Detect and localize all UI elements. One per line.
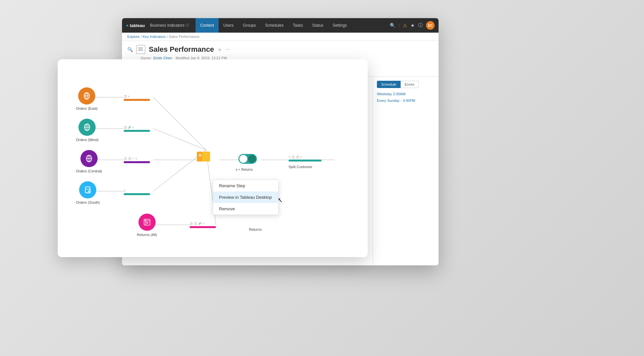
toggle-node[interactable]	[238, 154, 257, 164]
tab-tasks[interactable]: Tasks	[288, 18, 308, 33]
panel-tab-errors[interactable]: Errors	[401, 81, 419, 88]
page-type-icon	[136, 45, 145, 54]
context-menu: Rename Step Preview in Tableau Desktop R…	[213, 180, 279, 215]
returns-all-label: Returns (All)	[137, 233, 157, 237]
flow-diagram: Orders (East) 📋A Orders (West) 📋🔗A Order…	[58, 59, 368, 257]
orders-central-icon	[80, 150, 98, 167]
step-bar-south: ⊽	[124, 189, 126, 193]
orders-east-label: Orders (East)	[76, 106, 98, 110]
returns-label: Returns	[249, 227, 262, 231]
orders-south-label: Orders (South)	[76, 200, 100, 204]
context-menu-rename[interactable]: Rename Step	[213, 180, 278, 192]
step-bar-central: 📋📋✏A	[124, 157, 137, 161]
orders-south-icon	[79, 181, 96, 198]
node-orders-east[interactable]: Orders (East)	[76, 87, 98, 110]
tab-schedules[interactable]: Schedules	[261, 18, 288, 33]
tab-groups[interactable]: Groups	[238, 18, 261, 33]
search-icon[interactable]: 🔍	[390, 23, 395, 28]
tab-settings[interactable]: Settings	[328, 18, 352, 33]
svg-point-33	[146, 222, 148, 224]
orders-central-label: Orders (Central)	[76, 169, 102, 173]
svg-line-4	[153, 97, 206, 150]
join-node[interactable]: ⊞	[197, 151, 213, 163]
step-bar-west: 📋🔗A	[124, 126, 134, 130]
logo-text: tableau	[130, 23, 145, 28]
user-avatar[interactable]: EC	[426, 21, 435, 30]
svg-rect-1	[138, 49, 143, 49]
schedule-item-1[interactable]: Weekday 2:00AM	[377, 92, 435, 96]
star-icon[interactable]: ★	[411, 23, 415, 28]
breadcrumb-explore[interactable]: Explore	[127, 35, 139, 39]
svg-rect-0	[138, 47, 143, 48]
title-row: 🔍 Sales Performance ★ ···	[127, 45, 433, 54]
site-name[interactable]: Business Indicators ⓘ	[150, 23, 189, 28]
nav-logo[interactable]: + tableau	[126, 23, 145, 28]
panel-tab-schedule[interactable]: Schedule	[377, 81, 401, 88]
page-header: 🔍 Sales Performance ★ ··· Owner Emily Ch…	[122, 41, 439, 60]
node-returns-all[interactable]: Returns (All)	[137, 214, 157, 237]
breadcrumb-current: Sales Performance	[169, 35, 199, 39]
output-step: ⊽📋📋A	[289, 156, 322, 162]
nav-right: 🔍 | ⚠ ★ ⓘ EC	[390, 21, 435, 30]
panel-tabs: Schedule Errors	[377, 81, 435, 88]
svg-rect-2	[138, 50, 143, 51]
tab-content[interactable]: Content	[196, 18, 219, 33]
favorite-icon[interactable]: ★	[217, 46, 222, 53]
tab-users[interactable]: Users	[219, 18, 238, 33]
breadcrumb: Explore / Key Indicators / Sales Perform…	[122, 33, 439, 41]
returns-all-icon	[138, 214, 156, 231]
nav-bar: + tableau Business Indicators ⓘ Content …	[122, 18, 439, 33]
site-info-icon: ⓘ	[186, 23, 189, 28]
node-orders-central[interactable]: Orders (Central)	[76, 150, 102, 173]
orders-west-label: Orders (West)	[76, 138, 99, 142]
right-panel: Schedule Errors Weekday 2:00AM Every Sun…	[373, 77, 439, 265]
svg-line-6	[153, 129, 206, 150]
logo-plus: +	[126, 23, 129, 28]
orders-returns-label: s + Returns	[236, 166, 253, 172]
context-menu-preview[interactable]: Preview in Tableau Desktop	[213, 192, 278, 203]
split-customer-label: Split Customer	[289, 163, 312, 169]
orders-east-icon	[78, 87, 95, 104]
node-orders-west[interactable]: Orders (West)	[76, 119, 99, 142]
page-title: Sales Performance	[149, 45, 214, 54]
node-orders-south[interactable]: Orders (South)	[76, 181, 100, 204]
nav-tabs: Content Users Groups Schedules Tasks Sta…	[196, 18, 352, 33]
schedule-item-2[interactable]: Every Sunday - 4:00PM	[377, 99, 435, 103]
step-bar-returns-all: 📋📋🔗✏	[190, 222, 205, 226]
more-options-icon[interactable]: ···	[225, 46, 230, 52]
help-icon[interactable]: ⓘ	[418, 22, 423, 28]
search-preview-icon: 🔍	[127, 47, 133, 52]
orders-west-icon	[78, 119, 96, 136]
breadcrumb-key-indicators[interactable]: Key Indicators	[142, 35, 166, 39]
tab-status[interactable]: Status	[308, 18, 328, 33]
step-bar-east: 📋A	[124, 95, 130, 99]
alert-icon[interactable]: ⚠	[403, 23, 407, 28]
context-menu-remove[interactable]: Remove	[213, 203, 278, 215]
